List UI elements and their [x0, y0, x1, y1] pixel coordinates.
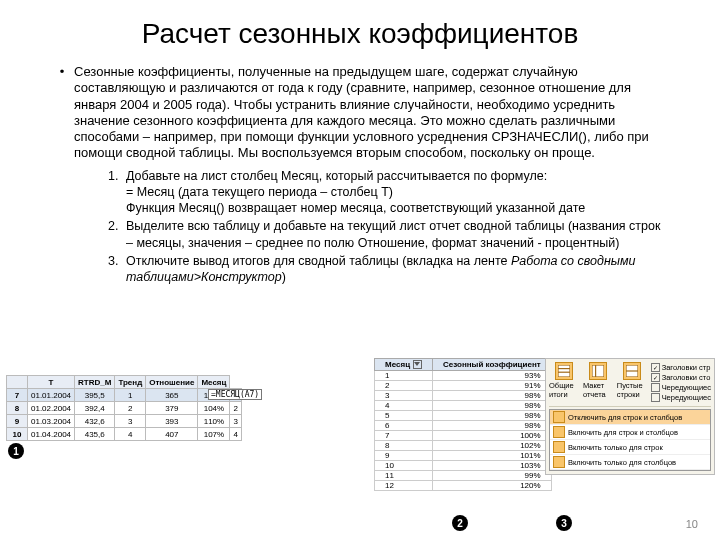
- step-1: Добавьте на лист столбец Месяц, который …: [126, 168, 585, 217]
- page-number: 10: [686, 518, 698, 530]
- step-num: 3.: [108, 253, 126, 286]
- pivot-header-coef: Сезонный коэффициент: [433, 359, 552, 371]
- table-row: 498%: [375, 401, 552, 411]
- dropdown-icon: [413, 360, 422, 369]
- totals-dropdown-menu: Отключить для строк и столбцов Включить …: [549, 409, 711, 471]
- menu-item-off[interactable]: Отключить для строк и столбцов: [550, 410, 710, 425]
- table-row: 291%: [375, 381, 552, 391]
- formula-tooltip: =МЕСЯЦ(A7): [208, 389, 262, 400]
- slide-title: Расчет сезонных коэффициентов: [50, 18, 670, 50]
- rows-icon: [623, 362, 641, 380]
- callout-bubble-2: 2: [452, 515, 468, 531]
- table-row: 7 01.01.2004395,5 1365 108%: [7, 389, 242, 402]
- table-row: 10103%: [375, 461, 552, 471]
- pivot-screenshot: Месяц Сезонный коэффициент 193% 291% 398…: [374, 358, 552, 491]
- step-list: 1. Добавьте на лист столбец Месяц, котор…: [108, 168, 670, 286]
- step-3: Отключите вывод итогов для сводной табли…: [126, 253, 670, 286]
- pivot-table: Месяц Сезонный коэффициент 193% 291% 398…: [374, 358, 552, 491]
- checkbox-col-headers[interactable]: ✓Заголовки сто: [651, 373, 711, 382]
- paragraph-text: Сезонные коэффициенты, полученные на пре…: [74, 64, 670, 162]
- table-row: 9101%: [375, 451, 552, 461]
- table-icon: [553, 441, 565, 453]
- menu-item-rows[interactable]: Включить только для строк: [550, 440, 710, 455]
- svg-rect-3: [592, 365, 604, 377]
- grand-totals-button[interactable]: Общие итоги: [549, 362, 579, 399]
- table-row: 598%: [375, 411, 552, 421]
- blank-rows-button[interactable]: Пустые строки: [617, 362, 647, 399]
- menu-item-cols[interactable]: Включить только для столбцов: [550, 455, 710, 470]
- table-row: 193%: [375, 371, 552, 381]
- table-row: 8 01.02.2004392,4 2379 104%2: [7, 402, 242, 415]
- table-icon: [553, 411, 565, 423]
- table-screenshot-1: TRTRD_M ТрендОтношение Месяц 7 01.01.200…: [6, 375, 242, 441]
- table-row: 7100%: [375, 431, 552, 441]
- data-table: TRTRD_M ТрендОтношение Месяц 7 01.01.200…: [6, 375, 242, 441]
- table-icon: [553, 456, 565, 468]
- table-row: 698%: [375, 421, 552, 431]
- ribbon-screenshot: Общие итоги Макет отчета Пустые строки ✓…: [545, 358, 715, 475]
- callout-bubble-1: 1: [8, 443, 24, 459]
- checkbox-row-headers[interactable]: ✓Заголовки стр: [651, 363, 711, 372]
- step-2: Выделите всю таблицу и добавьте на текущ…: [126, 218, 670, 251]
- table-row: 8102%: [375, 441, 552, 451]
- step-num: 1.: [108, 168, 126, 217]
- callout-bubble-3: 3: [556, 515, 572, 531]
- table-row: 10 01.04.2004435,6 4407 107%4: [7, 428, 242, 441]
- table-row: 9 01.03.2004432,6 3393 110%3: [7, 415, 242, 428]
- table-row: 1199%: [375, 471, 552, 481]
- report-layout-button[interactable]: Макет отчета: [583, 362, 613, 399]
- checkbox-banded-rows[interactable]: Чередующиес: [651, 383, 711, 392]
- svg-rect-0: [558, 365, 570, 377]
- body-paragraph: • Сезонные коэффициенты, полученные на п…: [50, 64, 670, 162]
- step-num: 2.: [108, 218, 126, 251]
- layout-icon: [589, 362, 607, 380]
- table-icon: [553, 426, 565, 438]
- pivot-header-month: Месяц: [375, 359, 433, 371]
- checkbox-banded-cols[interactable]: Чередующиес: [651, 393, 711, 402]
- table-icon: [555, 362, 573, 380]
- menu-item-on[interactable]: Включить для строк и столбцов: [550, 425, 710, 440]
- table-row: 12120%: [375, 481, 552, 491]
- table-row: 398%: [375, 391, 552, 401]
- bullet-dot: •: [50, 64, 74, 162]
